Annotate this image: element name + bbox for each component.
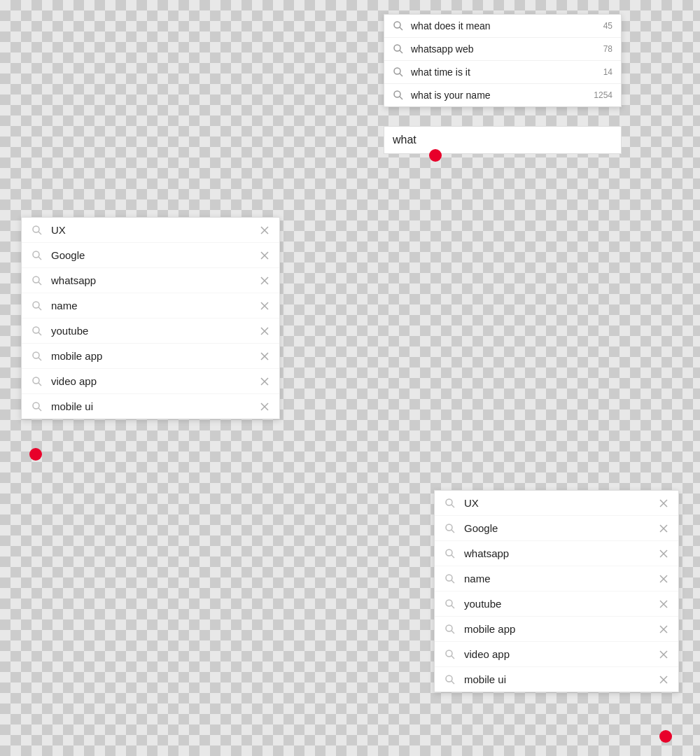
svg-point-0 bbox=[394, 22, 400, 28]
svg-line-61 bbox=[451, 631, 454, 634]
history-item-text: youtube bbox=[51, 325, 260, 337]
history-item[interactable]: name bbox=[22, 293, 279, 318]
svg-line-7 bbox=[400, 97, 402, 99]
suggestion-text: what is your name bbox=[411, 90, 588, 101]
cursor-dot-br bbox=[659, 730, 672, 743]
cursor-dot-top bbox=[429, 149, 442, 162]
svg-line-3 bbox=[400, 50, 402, 53]
search-icon bbox=[444, 573, 456, 584]
svg-point-44 bbox=[446, 524, 452, 531]
history-item[interactable]: mobile ui bbox=[435, 667, 678, 692]
svg-point-64 bbox=[446, 650, 452, 657]
history-item-text: whatsapp bbox=[464, 547, 659, 559]
close-icon[interactable] bbox=[659, 650, 668, 659]
svg-point-68 bbox=[446, 676, 452, 682]
history-item-text: Google bbox=[51, 249, 260, 261]
history-panel-br: UX Google whatsapp name youtube bbox=[434, 490, 679, 692]
suggestion-text: whatsapp web bbox=[411, 43, 598, 55]
close-icon[interactable] bbox=[260, 326, 270, 336]
history-item-text: name bbox=[464, 573, 659, 584]
suggestion-count: 14 bbox=[603, 67, 612, 77]
close-icon[interactable] bbox=[659, 498, 668, 508]
history-item-text: video app bbox=[51, 375, 260, 387]
svg-line-9 bbox=[38, 232, 41, 234]
suggestion-item[interactable]: what is your name1254 bbox=[384, 84, 621, 106]
search-icon bbox=[393, 43, 404, 55]
close-icon[interactable] bbox=[260, 251, 270, 260]
history-item-text: mobile ui bbox=[51, 400, 260, 412]
history-item-text: UX bbox=[51, 224, 260, 236]
close-icon[interactable] bbox=[260, 402, 270, 412]
svg-point-16 bbox=[33, 276, 39, 283]
search-icon bbox=[31, 326, 43, 337]
svg-line-33 bbox=[38, 383, 41, 386]
svg-line-29 bbox=[38, 358, 41, 360]
svg-line-57 bbox=[451, 606, 454, 608]
history-item[interactable]: Google bbox=[435, 516, 678, 541]
history-item[interactable]: whatsapp bbox=[22, 268, 279, 293]
history-item[interactable]: mobile app bbox=[22, 344, 279, 369]
svg-line-1 bbox=[400, 27, 402, 30]
history-item[interactable]: youtube bbox=[435, 592, 678, 617]
svg-line-21 bbox=[38, 307, 41, 310]
close-icon[interactable] bbox=[260, 377, 270, 386]
close-icon[interactable] bbox=[659, 599, 668, 609]
svg-point-4 bbox=[394, 68, 400, 74]
history-item[interactable]: video app bbox=[435, 642, 678, 667]
history-item[interactable]: UX bbox=[22, 218, 279, 243]
history-item[interactable]: mobile ui bbox=[22, 394, 279, 419]
svg-point-40 bbox=[446, 499, 452, 505]
search-icon bbox=[31, 376, 43, 387]
search-icon bbox=[31, 225, 43, 236]
svg-line-65 bbox=[451, 656, 454, 659]
search-icon bbox=[444, 649, 456, 660]
search-icon bbox=[444, 498, 456, 509]
history-item[interactable]: video app bbox=[22, 369, 279, 394]
close-icon[interactable] bbox=[260, 351, 270, 361]
suggestion-item[interactable]: what does it mean45 bbox=[384, 15, 621, 38]
history-item-text: video app bbox=[464, 648, 659, 660]
svg-line-37 bbox=[38, 408, 41, 411]
search-icon bbox=[31, 275, 43, 286]
history-item[interactable]: youtube bbox=[22, 318, 279, 344]
svg-point-24 bbox=[33, 327, 39, 333]
history-item[interactable]: name bbox=[435, 566, 678, 592]
history-item[interactable]: whatsapp bbox=[435, 541, 678, 566]
suggestion-item[interactable]: whatsapp web78 bbox=[384, 38, 621, 61]
svg-point-2 bbox=[394, 45, 400, 51]
close-icon[interactable] bbox=[260, 301, 270, 311]
search-input-box[interactable]: what bbox=[384, 126, 622, 154]
history-panel-left: UX Google whatsapp name youtube bbox=[21, 217, 280, 419]
history-item-text: whatsapp bbox=[51, 274, 260, 286]
close-icon[interactable] bbox=[659, 549, 668, 559]
suggestion-count: 78 bbox=[603, 44, 612, 54]
search-icon bbox=[31, 300, 43, 312]
close-icon[interactable] bbox=[659, 675, 668, 685]
svg-line-49 bbox=[451, 555, 454, 558]
close-icon[interactable] bbox=[260, 225, 270, 235]
search-icon bbox=[31, 250, 43, 261]
history-item[interactable]: UX bbox=[435, 491, 678, 516]
close-icon[interactable] bbox=[659, 624, 668, 634]
svg-point-32 bbox=[33, 377, 39, 384]
cursor-dot-left bbox=[29, 448, 42, 461]
svg-line-5 bbox=[400, 74, 402, 76]
close-icon[interactable] bbox=[659, 574, 668, 584]
svg-line-53 bbox=[451, 580, 454, 583]
history-item-text: Google bbox=[464, 522, 659, 534]
search-icon bbox=[31, 401, 43, 412]
history-item-text: mobile app bbox=[464, 623, 659, 635]
close-icon[interactable] bbox=[659, 524, 668, 533]
history-item[interactable]: mobile app bbox=[435, 617, 678, 642]
svg-point-36 bbox=[33, 402, 39, 409]
history-item-text: youtube bbox=[464, 598, 659, 610]
suggestion-text: what time is it bbox=[411, 66, 598, 78]
history-item[interactable]: Google bbox=[22, 243, 279, 268]
svg-point-28 bbox=[33, 352, 39, 358]
history-item-text: mobile ui bbox=[464, 673, 659, 685]
suggestions-dropdown: what does it mean45 whatsapp web78 what … bbox=[384, 14, 622, 107]
suggestion-item[interactable]: what time is it14 bbox=[384, 61, 621, 84]
close-icon[interactable] bbox=[260, 276, 270, 286]
svg-point-60 bbox=[446, 625, 452, 631]
svg-point-56 bbox=[446, 600, 452, 606]
